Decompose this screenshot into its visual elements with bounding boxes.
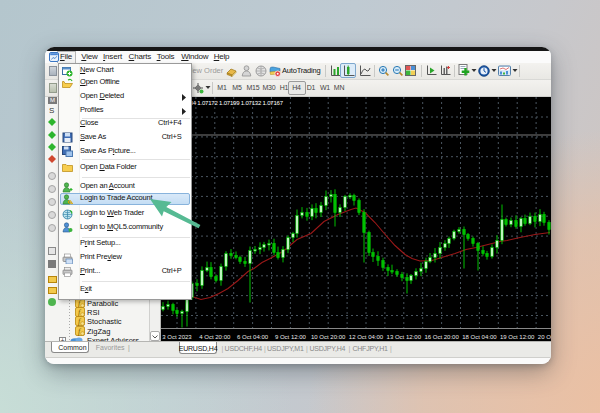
svg-text:10 Oct 20:00: 10 Oct 20:00	[311, 333, 346, 339]
svg-text:19 Oct 12:00: 19 Oct 12:00	[500, 333, 535, 339]
svg-text:9 Oct 12:00: 9 Oct 12:00	[275, 333, 307, 339]
svg-text:20 Oct 20:00: 20 Oct 20:00	[538, 333, 551, 339]
svg-text:4 Oct 20:00: 4 Oct 20:00	[199, 333, 231, 339]
svg-text:18 Oct 04:00: 18 Oct 04:00	[462, 333, 497, 339]
svg-text:13 Oct 12:00: 13 Oct 12:00	[387, 333, 422, 339]
svg-text:3 Oct 2023: 3 Oct 2023	[162, 333, 192, 339]
svg-text:12 Oct 04:00: 12 Oct 04:00	[349, 333, 384, 339]
svg-text:6 Oct 04:00: 6 Oct 04:00	[237, 333, 269, 339]
svg-text:16 Oct 20:00: 16 Oct 20:00	[424, 333, 459, 339]
